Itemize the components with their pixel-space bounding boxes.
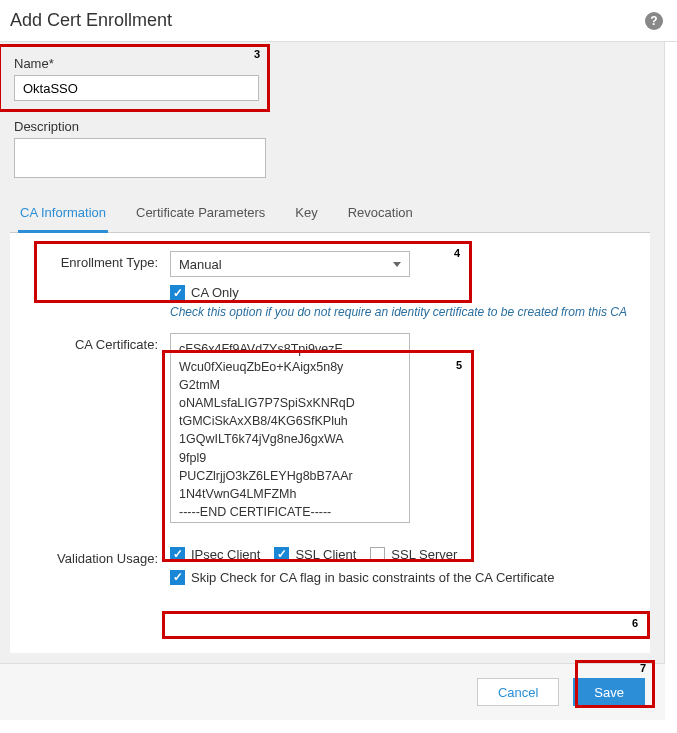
tab-ca-information[interactable]: CA Information — [18, 197, 108, 233]
name-label: Name* — [14, 56, 646, 71]
dialog-body: 3 Name* Description CA Information Certi… — [0, 42, 665, 663]
ca-cert-label: CA Certificate: — [20, 333, 170, 352]
ca-cert-row: CA Certificate: cFS6x4Ff9AVd7Ys8Tpi9vezE… — [20, 333, 640, 523]
dialog-header: Add Cert Enrollment ? — [0, 0, 677, 42]
name-field-group: Name* — [10, 52, 650, 105]
description-field-group: Description — [10, 115, 650, 185]
tab-bar: CA Information Certificate Parameters Ke… — [10, 197, 650, 233]
ca-information-panel: 4 Enrollment Type: Manual CA Only Check … — [10, 233, 650, 653]
callout-7: 7 — [640, 662, 646, 674]
ca-cert-textarea[interactable]: cFS6x4Ff9AVd7Ys8Tpi9vezE Wcu0fXieuqZbEo+… — [170, 333, 410, 523]
ssl-server-label: SSL Server — [391, 547, 457, 562]
validation-checks: IPsec Client SSL Client SSL Server — [170, 547, 640, 562]
ca-only-hint: Check this option if you do not require … — [170, 304, 640, 321]
validation-usage-label: Validation Usage: — [20, 547, 170, 566]
save-button[interactable]: Save — [573, 678, 645, 706]
skip-check-label: Skip Check for CA flag in basic constrai… — [191, 570, 554, 585]
enrollment-type-select[interactable]: Manual — [170, 251, 410, 277]
skip-check-row: Skip Check for CA flag in basic constrai… — [170, 570, 640, 585]
ca-only-checkbox[interactable] — [170, 285, 185, 300]
callout-box-6 — [162, 611, 650, 639]
tab-revocation[interactable]: Revocation — [346, 197, 415, 232]
dialog-title: Add Cert Enrollment — [10, 10, 172, 31]
ssl-client-checkbox[interactable] — [274, 547, 289, 562]
ssl-server-checkbox[interactable] — [370, 547, 385, 562]
skip-check-checkbox[interactable] — [170, 570, 185, 585]
dialog-footer: 7 Cancel Save — [0, 663, 665, 720]
add-cert-enrollment-dialog: Add Cert Enrollment ? 3 Name* Descriptio… — [0, 0, 677, 720]
description-label: Description — [14, 119, 646, 134]
validation-usage-row: Validation Usage: IPsec Client SSL Clien… — [20, 547, 640, 585]
enrollment-type-row: Enrollment Type: Manual CA Only Check th… — [20, 251, 640, 321]
ssl-client-label: SSL Client — [295, 547, 356, 562]
help-icon[interactable]: ? — [645, 12, 663, 30]
ipsec-client-checkbox[interactable] — [170, 547, 185, 562]
name-input[interactable] — [14, 75, 259, 101]
chevron-down-icon — [393, 262, 401, 267]
ca-only-row: CA Only — [170, 285, 640, 300]
tab-certificate-parameters[interactable]: Certificate Parameters — [134, 197, 267, 232]
ipsec-client-label: IPsec Client — [191, 547, 260, 562]
enrollment-type-value: Manual — [179, 257, 222, 272]
tab-key[interactable]: Key — [293, 197, 319, 232]
callout-6: 6 — [632, 617, 638, 629]
ca-only-label: CA Only — [191, 285, 239, 300]
description-input[interactable] — [14, 138, 266, 178]
cancel-button[interactable]: Cancel — [477, 678, 559, 706]
enrollment-type-label: Enrollment Type: — [20, 251, 170, 270]
